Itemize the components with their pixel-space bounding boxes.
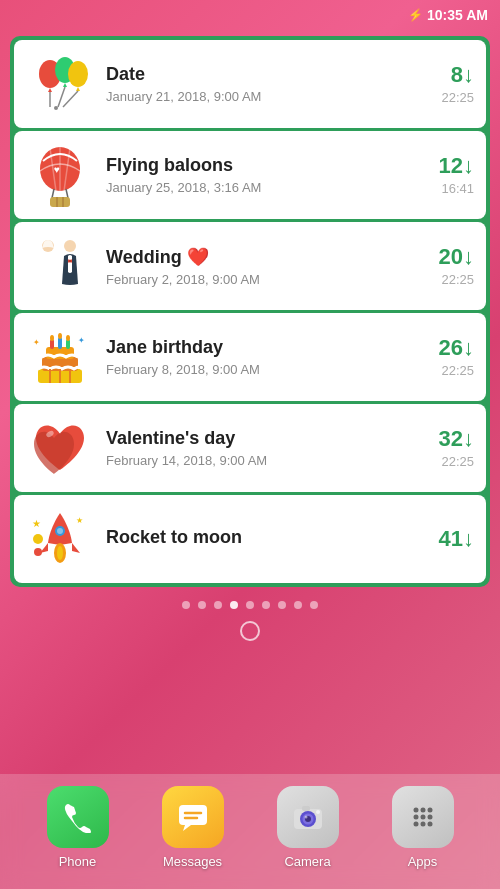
nav-dot-9[interactable] <box>310 601 318 609</box>
svg-point-31 <box>50 335 54 341</box>
event-date: February 8, 2018, 9:00 AM <box>106 362 427 377</box>
svg-line-5 <box>58 87 65 107</box>
count-number: 12↓ <box>439 155 474 177</box>
event-info-valentines: Valentine's day February 14, 2018, 9:00 … <box>106 428 427 468</box>
event-icon-wedding <box>26 232 94 300</box>
count-time: 22:25 <box>441 90 474 105</box>
event-title: Flying baloons <box>106 155 427 176</box>
event-icon-valentines-hearts <box>26 414 94 482</box>
svg-point-46 <box>33 534 43 544</box>
svg-point-58 <box>316 810 320 814</box>
status-icons: ⚡ 10:35 AM <box>408 7 488 23</box>
svg-marker-4 <box>63 83 67 87</box>
count-number: 41↓ <box>439 528 474 550</box>
count-time: 22:25 <box>441 272 474 287</box>
event-card-date[interactable]: Date January 21, 2018, 9:00 AM 8↓ 22:25 <box>14 40 486 128</box>
svg-point-56 <box>304 816 307 819</box>
svg-text:✦: ✦ <box>33 338 40 347</box>
svg-point-60 <box>420 808 425 813</box>
svg-line-15 <box>66 189 68 198</box>
event-icon-rocket: ★ ★ <box>26 505 94 573</box>
nav-dot-5[interactable] <box>246 601 254 609</box>
dock-label-apps: Apps <box>408 854 438 869</box>
count-number: 26↓ <box>439 337 474 359</box>
event-date: January 21, 2018, 9:00 AM <box>106 89 429 104</box>
svg-point-32 <box>58 333 62 339</box>
count-number: 32↓ <box>439 428 474 450</box>
event-title: Rocket to moon <box>106 527 427 548</box>
svg-point-47 <box>34 548 42 556</box>
event-date: February 14, 2018, 9:00 AM <box>106 453 427 468</box>
count-time: 22:25 <box>441 363 474 378</box>
clock: 10:35 AM <box>427 7 488 23</box>
event-title: Wedding ❤️ <box>106 246 427 268</box>
event-title: Date <box>106 64 429 85</box>
dock: Phone Messages <box>0 774 500 889</box>
svg-point-62 <box>413 815 418 820</box>
svg-point-67 <box>427 822 432 827</box>
svg-point-9 <box>54 106 58 110</box>
event-info-flying: Flying baloons January 25, 2018, 3:16 AM <box>106 155 427 195</box>
event-info-rocket: Rocket to moon <box>106 527 427 552</box>
event-count-date: 8↓ 22:25 <box>441 64 474 105</box>
svg-point-43 <box>57 546 63 560</box>
event-count-valentines: 32↓ 22:25 <box>439 428 474 469</box>
event-count-rocket: 41↓ <box>439 528 474 550</box>
event-card-valentines-day[interactable]: Valentine's day February 14, 2018, 9:00 … <box>14 404 486 492</box>
nav-dot-7[interactable] <box>278 601 286 609</box>
dock-item-messages[interactable]: Messages <box>162 786 224 869</box>
svg-point-64 <box>427 815 432 820</box>
dock-icon-camera <box>277 786 339 848</box>
svg-text:★: ★ <box>76 516 83 525</box>
event-count-flying: 12↓ 16:41 <box>439 155 474 196</box>
event-card-rocket-to-moon[interactable]: ★ ★ Rocket to moon 41↓ <box>14 495 486 583</box>
nav-dot-2[interactable] <box>198 601 206 609</box>
event-info-date: Date January 21, 2018, 9:00 AM <box>106 64 429 104</box>
event-date: February 2, 2018, 9:00 AM <box>106 272 427 287</box>
nav-dot-1[interactable] <box>182 601 190 609</box>
dock-label-camera: Camera <box>284 854 330 869</box>
nav-dot-4[interactable] <box>230 601 238 609</box>
dock-label-phone: Phone <box>59 854 97 869</box>
count-number: 8↓ <box>451 64 474 86</box>
battery-icon: ⚡ <box>408 8 423 22</box>
dock-icon-apps <box>392 786 454 848</box>
nav-dot-3[interactable] <box>214 601 222 609</box>
dock-label-messages: Messages <box>163 854 222 869</box>
event-card-wedding[interactable]: Wedding ❤️ February 2, 2018, 9:00 AM 20↓… <box>14 222 486 310</box>
svg-rect-48 <box>179 805 207 825</box>
svg-text:♥: ♥ <box>54 164 60 175</box>
svg-point-59 <box>413 808 418 813</box>
event-card-flying-baloons[interactable]: ♥ Flying baloons January 25, 2018, 3:16 … <box>14 131 486 219</box>
count-time: 22:25 <box>441 454 474 469</box>
dock-item-camera[interactable]: Camera <box>277 786 339 869</box>
svg-text:★: ★ <box>32 518 41 529</box>
nav-dots <box>0 593 500 617</box>
svg-marker-7 <box>76 87 80 91</box>
svg-point-65 <box>413 822 418 827</box>
svg-marker-1 <box>48 88 52 92</box>
home-button[interactable] <box>240 621 260 641</box>
event-info-wedding: Wedding ❤️ February 2, 2018, 9:00 AM <box>106 246 427 287</box>
event-icon-balloons <box>26 50 94 118</box>
event-title: Jane birthday <box>106 337 427 358</box>
event-card-jane-birthday[interactable]: ✦ ✦ Jane birthday February 8, 2018, 9:00… <box>14 313 486 401</box>
count-time: 16:41 <box>441 181 474 196</box>
svg-point-61 <box>427 808 432 813</box>
nav-dot-8[interactable] <box>294 601 302 609</box>
event-title: Valentine's day <box>106 428 427 449</box>
dock-icon-phone <box>47 786 109 848</box>
svg-rect-57 <box>302 806 310 811</box>
event-count-jane-birthday: 26↓ 22:25 <box>439 337 474 378</box>
dock-item-phone[interactable]: Phone <box>47 786 109 869</box>
event-info-jane-birthday: Jane birthday February 8, 2018, 9:00 AM <box>106 337 427 377</box>
svg-line-14 <box>52 189 54 198</box>
svg-point-6 <box>68 61 88 87</box>
home-indicator[interactable] <box>0 617 500 647</box>
dock-item-apps[interactable]: Apps <box>392 786 454 869</box>
svg-rect-16 <box>50 197 70 207</box>
event-list: Date January 21, 2018, 9:00 AM 8↓ 22:25 <box>10 36 490 587</box>
event-date: January 25, 2018, 3:16 AM <box>106 180 427 195</box>
dock-icon-messages <box>162 786 224 848</box>
nav-dot-6[interactable] <box>262 601 270 609</box>
